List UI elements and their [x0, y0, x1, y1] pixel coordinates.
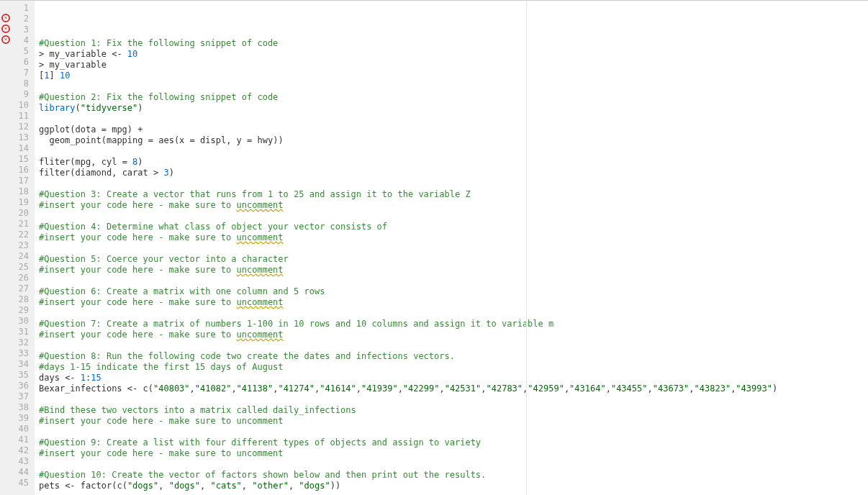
token-comment: #insert your code here - make sure to	[39, 200, 237, 210]
token-op: ))	[273, 135, 283, 145]
code-line[interactable]: #insert your code here - make sure to un…	[39, 329, 777, 340]
code-line[interactable]: days <- 1:15	[39, 372, 777, 383]
code-line[interactable]	[39, 81, 777, 91]
code-line[interactable]: #Question 9: Create a list with four dif…	[39, 437, 777, 448]
code-line[interactable]	[39, 458, 777, 469]
line-number: 32	[0, 337, 29, 348]
token-ident: displ	[200, 135, 226, 145]
code-editor[interactable]: 1234567891011121314151617181920212223242…	[0, 1, 868, 495]
token-ident: mapping	[107, 135, 148, 145]
code-line[interactable]: #insert your code here - make sure to un…	[39, 264, 777, 275]
code-line[interactable]: #Question 10: Create the vector of facto…	[39, 469, 777, 480]
line-number: 38	[0, 401, 29, 412]
code-line[interactable]: #Question 2: Fix the following snippet o…	[39, 91, 777, 102]
token-op: (	[76, 103, 81, 113]
token-op: >	[39, 49, 49, 59]
token-string: "42783"	[486, 383, 523, 394]
error-marker-icon[interactable]	[1, 14, 10, 22]
line-number: 22	[0, 229, 29, 240]
token-comment-wavy: uncomment	[237, 297, 284, 307]
code-line[interactable]: [1] 10	[39, 70, 777, 81]
line-number: 44	[0, 466, 29, 477]
line-number: 42	[0, 445, 29, 455]
token-op: >	[39, 60, 49, 70]
token-comment: #insert your code here - make sure to un…	[39, 416, 284, 426]
token-ident: diamond	[76, 168, 112, 178]
code-line[interactable]: > my_varıable	[39, 59, 777, 70]
token-comment: #Question 8: Run the following code two …	[39, 351, 455, 361]
code-line[interactable]	[39, 491, 777, 495]
line-number: 8	[0, 78, 29, 88]
code-line[interactable]: #Question 3: Create a vector that runs f…	[39, 189, 777, 199]
token-string: "dogs"	[169, 481, 200, 491]
code-line[interactable]: #insert your code here - make sure to un…	[39, 232, 777, 242]
code-line[interactable]: #Bind these two vectors into a matrix ca…	[39, 404, 777, 415]
code-line[interactable]: fliter(mpg, cyl = 8)	[39, 156, 777, 167]
token-op: <-	[127, 383, 143, 394]
token-ident: y	[237, 135, 247, 145]
token-ident: Bexar_infections	[39, 383, 127, 394]
line-number: 21	[0, 218, 29, 229]
line-number: 30	[0, 315, 29, 326]
token-comment-wavy: uncomment	[237, 330, 284, 340]
token-op: ,	[158, 481, 168, 491]
code-area[interactable]: #Question 1: Fix the following snippet o…	[35, 1, 777, 495]
token-comment-wavy: uncomment	[237, 265, 284, 275]
code-line[interactable]: #Question 1: Fix the following snippet o…	[39, 37, 777, 48]
code-line[interactable]: library("tidyverse")	[39, 102, 777, 113]
code-line[interactable]: #Question 4: Determine what class of obj…	[39, 221, 777, 232]
token-op: ,	[439, 383, 444, 394]
code-line[interactable]: #insert your code here - make sure to un…	[39, 448, 777, 458]
token-op: ,	[242, 481, 252, 491]
code-line[interactable]: #Question 5: Coerce your vector into a c…	[39, 253, 777, 264]
line-number: 45	[0, 477, 29, 488]
line-number: 24	[0, 250, 29, 261]
code-line[interactable]: #days 1-15 indicate the first 15 days of…	[39, 361, 777, 372]
token-string: "41082"	[195, 383, 232, 394]
code-line[interactable]	[39, 307, 777, 318]
token-string: "42531"	[445, 383, 482, 394]
code-line[interactable]: > my_variable <- 10	[39, 48, 777, 59]
code-line[interactable]: geom_point(mapping = aes(x = displ, y = …	[39, 135, 777, 145]
token-comment: #insert your code here - make sure to	[39, 330, 237, 340]
token-string: "43993"	[736, 383, 772, 394]
code-line[interactable]: #insert your code here - make sure to un…	[39, 296, 777, 307]
code-line[interactable]	[39, 242, 777, 253]
code-line[interactable]: Bexar_infections <- c("40803","41082","4…	[39, 383, 777, 394]
line-number: 2	[0, 13, 29, 24]
code-line[interactable]	[39, 210, 777, 221]
code-line[interactable]	[39, 145, 777, 156]
code-line[interactable]	[39, 426, 777, 437]
code-line[interactable]	[39, 340, 777, 350]
token-op: =	[190, 135, 200, 145]
token-comment: #Question 4: Determine what class of obj…	[39, 222, 387, 232]
line-number: 18	[0, 186, 29, 196]
token-number: 15	[91, 373, 101, 383]
token-string: "43455"	[611, 383, 648, 394]
token-comment: #Bind these two vectors into a matrix ca…	[39, 405, 356, 415]
line-number: 1	[0, 2, 29, 13]
line-number: 23	[0, 240, 29, 250]
code-line[interactable]: #Question 7: Create a matrix of numbers …	[39, 318, 777, 329]
code-line[interactable]	[39, 275, 777, 286]
code-line[interactable]: #insert your code here - make sure to un…	[39, 415, 777, 426]
token-op: (	[70, 124, 75, 135]
token-op: ,	[289, 481, 299, 491]
token-op: (	[122, 481, 127, 491]
token-keyword: library	[39, 103, 76, 113]
code-line[interactable]: #Question 6: Create a matrix with one co…	[39, 286, 777, 296]
error-marker-icon[interactable]	[1, 24, 10, 33]
code-line[interactable]: ggplot(dota = mpg) +	[39, 124, 777, 135]
line-number: 10	[0, 99, 29, 110]
code-line[interactable]: #insert your code here - make sure to un…	[39, 199, 777, 210]
code-line[interactable]: pets <- factor(c("dogs", "dogs", "cats",…	[39, 480, 777, 491]
code-line[interactable]: filter(diamond, carat > 3)	[39, 167, 777, 178]
token-ident: factor	[81, 481, 112, 491]
code-line[interactable]: #Question 8: Run the following code two …	[39, 350, 777, 361]
code-line[interactable]	[39, 394, 777, 404]
token-ident: hwy	[258, 135, 273, 145]
code-line[interactable]	[39, 178, 777, 189]
code-line[interactable]	[39, 113, 777, 124]
error-marker-icon[interactable]	[1, 35, 10, 44]
token-string: "dogs"	[127, 481, 158, 491]
